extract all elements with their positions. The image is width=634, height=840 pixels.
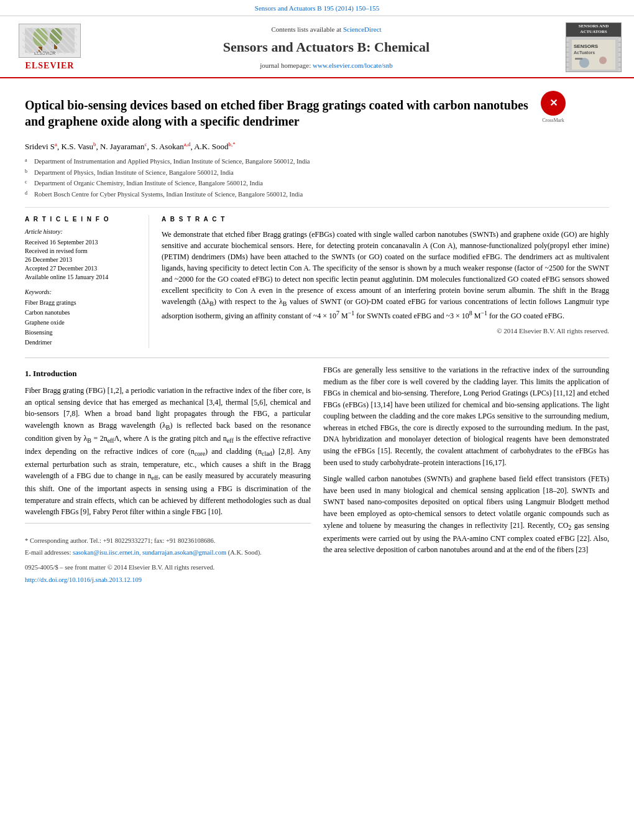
svg-rect-13	[575, 58, 582, 60]
journal-header: ELSEVIER ELSEVIER Contents lists availab…	[0, 16, 634, 78]
sciencedirect-link[interactable]: ScienceDirect	[343, 25, 382, 33]
copyright-line: © 2014 Elsevier B.V. All rights reserved…	[162, 326, 609, 336]
corresponding-note: * Corresponding author. Tel.: +91 802293…	[25, 536, 311, 546]
doi-line: http://dx.doi.org/10.1016/j.snab.2013.12…	[25, 575, 311, 585]
svg-point-2	[33, 28, 48, 47]
svg-text:ELSEVIER: ELSEVIER	[34, 51, 55, 55]
svg-rect-4	[39, 47, 42, 52]
abstract-title: A B S T R A C T	[162, 215, 609, 224]
section-title: Introduction	[33, 369, 77, 378]
article-body-columns: 1. Introduction Fiber Bragg grating (FBG…	[25, 364, 609, 587]
elsevier-wordmark: ELSEVIER	[25, 60, 75, 72]
crossmark-badge: ✕	[541, 91, 566, 116]
keyword-biosensing: Biosensing	[25, 328, 139, 337]
fbg-sensitivity-para: FBGs are generally less sensitive to the…	[323, 364, 609, 468]
sensors-actuators-logo: SENSORS AND ACTUATORS SENSORS AcTuators	[566, 22, 622, 72]
affiliation-d: d Robert Bosch Centre for Cyber Physical…	[25, 190, 609, 200]
journal-name-display: Sensors and Actuators B: Chemical	[99, 38, 553, 57]
journal-title-center: Contents lists available at ScienceDirec…	[87, 25, 566, 71]
article-title: Optical bio-sensing devices based on etc…	[25, 97, 535, 129]
right-column: FBGs are generally less sensitive to the…	[323, 364, 609, 587]
svg-point-12	[599, 57, 607, 64]
keyword-cnt: Carbon nanotubes	[25, 308, 139, 317]
revised-date: 26 December 2013	[25, 256, 139, 264]
affiliation-a: a Department of Instrumentation and Appl…	[25, 157, 609, 167]
revised-label: Received in revised form	[25, 247, 139, 256]
keyword-fbg: Fiber Bragg gratings	[25, 298, 139, 307]
received-date: Received 16 September 2013	[25, 238, 139, 247]
section-divider	[25, 358, 609, 358]
main-content: Optical bio-sensing devices based on etc…	[0, 78, 634, 596]
sensors-logo-dark-bar: SENSORS AND ACTUATORS	[566, 22, 621, 37]
introduction-heading: 1. Introduction	[25, 367, 311, 380]
sensors-journal-cover-icon: SENSORS AcTuators	[569, 37, 618, 72]
affiliations: a Department of Instrumentation and Appl…	[25, 157, 609, 200]
svg-rect-0	[22, 25, 78, 56]
article-meta-section: A R T I C L E I N F O Article history: R…	[25, 207, 609, 348]
abstract-panel: A B S T R A C T We demonstrate that etch…	[162, 215, 609, 348]
top-bar: Sensors and Actuators B 195 (2014) 150–1…	[0, 0, 634, 16]
svg-rect-1	[25, 28, 75, 53]
svg-text:AcTuators: AcTuators	[574, 50, 595, 55]
elsevier-logo-image: ELSEVIER	[19, 24, 81, 58]
history-label: Article history:	[25, 228, 139, 236]
section-number: 1.	[25, 369, 31, 378]
crossmark: ✕ CrossMark	[541, 91, 566, 124]
elsevier-logo: ELSEVIER ELSEVIER	[12, 24, 87, 72]
article-info-panel: A R T I C L E I N F O Article history: R…	[25, 215, 149, 348]
elsevier-tree-icon: ELSEVIER	[22, 25, 78, 56]
issn-line: 0925-4005/$ – see front matter © 2014 El…	[25, 563, 311, 573]
swnts-para: Single walled carbon nanotubes (SWNTs) a…	[323, 473, 609, 555]
keywords-section: Keywords: Fiber Bragg gratings Carbon na…	[25, 288, 139, 347]
footnotes-section: * Corresponding author. Tel.: +91 802293…	[25, 523, 311, 585]
accepted-date: Accepted 27 December 2013	[25, 264, 139, 273]
keywords-label: Keywords:	[25, 288, 139, 297]
left-column: 1. Introduction Fiber Bragg grating (FBG…	[25, 364, 311, 587]
sensors-logo-image: SENSORS AcTuators	[566, 37, 621, 72]
affiliation-b: b Department of Physics, Indian Institut…	[25, 168, 609, 178]
doi-link[interactable]: http://dx.doi.org/10.1016/j.snab.2013.12…	[25, 576, 142, 583]
svg-rect-5	[54, 44, 57, 49]
journal-citation: Sensors and Actuators B 195 (2014) 150–1…	[255, 4, 379, 12]
svg-text:SENSORS: SENSORS	[574, 44, 599, 49]
keyword-dendrimer: Dendrimer	[25, 338, 139, 347]
available-date: Available online 15 January 2014	[25, 273, 139, 282]
keyword-go: Graphene oxide	[25, 318, 139, 327]
authors-line: Sridevi Sa, K.S. Vasub, N. Jayaramanc, S…	[25, 141, 609, 153]
email-note: E-mail addresses: sasokan@isu.iisc.ernet…	[25, 548, 311, 558]
journal-homepage-line: journal homepage: www.elsevier.com/locat…	[99, 61, 553, 70]
svg-point-3	[50, 28, 62, 44]
crossmark-label: CrossMark	[541, 117, 566, 124]
contents-line: Contents lists available at ScienceDirec…	[99, 25, 553, 34]
intro-para-1: Fiber Bragg grating (FBG) [1,2], a perio…	[25, 385, 311, 518]
journal-url[interactable]: www.elsevier.com/locate/snb	[313, 62, 393, 69]
email-link-1[interactable]: sasokan@isu.iisc.ernet.in, sundarrajan.a…	[73, 549, 226, 556]
article-history: Article history: Received 16 September 2…	[25, 228, 139, 282]
abstract-text: We demonstrate that etched fiber Bragg g…	[162, 229, 609, 321]
affiliation-c: c Department of Organic Chemistry, India…	[25, 178, 609, 188]
article-info-title: A R T I C L E I N F O	[25, 215, 139, 224]
